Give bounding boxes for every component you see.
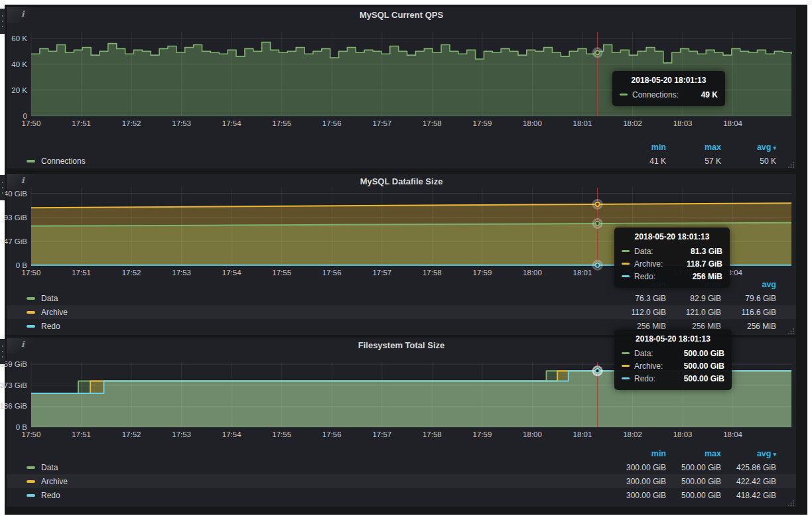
legend-table: minmaxavg▾Data300.00 GiB500.00 GiB425.86… bbox=[7, 446, 796, 502]
x-axis-label: 17:56 bbox=[317, 119, 346, 128]
legend-series-connections[interactable]: Connections bbox=[27, 157, 611, 166]
x-axis-label: 17:50 bbox=[17, 268, 46, 277]
tooltip-time: 2018-05-20 18:01:13 bbox=[620, 76, 718, 85]
stat-header-min[interactable]: min bbox=[611, 143, 666, 152]
resize-grip-icon bbox=[787, 499, 795, 507]
series-color-swatch-icon bbox=[27, 297, 35, 300]
stat-header-max[interactable]: max bbox=[666, 143, 721, 152]
dashboard: i MySQL Current QPS 020 K40 K60 K17:5017… bbox=[5, 5, 807, 515]
series-label: Data bbox=[41, 463, 58, 472]
x-axis-label: 18:01 bbox=[568, 430, 597, 439]
stat-value-avg: 422.42 GiB bbox=[721, 477, 776, 486]
stat-value-min: 300.00 GiB bbox=[611, 463, 666, 472]
tooltip-row: Connections:49 K bbox=[620, 88, 718, 101]
tooltip-row: Redo:500.00 GiB bbox=[622, 372, 724, 385]
tooltip-series-label: Archive: bbox=[634, 361, 663, 371]
stat-header-avg[interactable]: avg▾ bbox=[721, 449, 776, 458]
legend-row-archive: Archive112.0 GiB121.0 GiB116.6 GiB bbox=[7, 305, 796, 319]
x-axis-label: 17:53 bbox=[167, 268, 196, 277]
tooltip-series-label: Connections: bbox=[632, 90, 679, 99]
legend-series-data[interactable]: Data bbox=[27, 463, 611, 472]
series-label: Archive bbox=[41, 477, 68, 486]
row-drag-handle[interactable] bbox=[0, 9, 5, 34]
stat-header-max[interactable]: max bbox=[666, 449, 721, 458]
tooltip-row: Data:500.00 GiB bbox=[622, 347, 724, 359]
stat-value-avg: 425.86 GiB bbox=[721, 463, 776, 472]
legend-row-archive: Archive300.00 GiB500.00 GiB422.42 GiB bbox=[7, 474, 796, 488]
stat-value-max: 500.00 GiB bbox=[666, 463, 721, 472]
panel-resize-handle[interactable] bbox=[787, 159, 795, 167]
x-axis-label: 17:55 bbox=[267, 119, 297, 128]
stat-value-avg: 418.42 GiB bbox=[721, 491, 776, 500]
stat-value-min: 41 K bbox=[611, 157, 666, 166]
x-axis-label: 17:59 bbox=[468, 430, 497, 439]
series-color-swatch-icon bbox=[27, 311, 35, 314]
legend-series-archive[interactable]: Archive bbox=[27, 477, 611, 486]
resize-grip-icon bbox=[787, 327, 795, 335]
tooltip-series-value: 118.7 GiB bbox=[687, 259, 722, 269]
series-color-swatch-icon bbox=[622, 250, 630, 252]
y-axis-label: 40 K bbox=[0, 60, 27, 69]
sort-caret-icon: ▾ bbox=[773, 451, 776, 458]
x-axis-label: 17:55 bbox=[267, 430, 297, 439]
legend-series-redo[interactable]: Redo bbox=[27, 491, 611, 500]
series-color-swatch-icon bbox=[27, 494, 35, 497]
crosshair-marker bbox=[595, 222, 599, 226]
series-label: Connections bbox=[41, 157, 86, 166]
x-axis-label: 17:58 bbox=[417, 119, 446, 128]
tooltip-series-label: Data: bbox=[634, 247, 653, 256]
tooltip-series-value: 500.00 GiB bbox=[684, 374, 724, 383]
tooltip-panel-3: 2018-05-20 18:01:13Data:500.00 GiBArchiv… bbox=[614, 330, 732, 390]
tooltip-series-value: 81.3 GiB bbox=[691, 247, 722, 256]
x-axis-label: 18:00 bbox=[517, 268, 547, 277]
legend-series-archive[interactable]: Archive bbox=[27, 308, 611, 317]
x-axis-label: 17:55 bbox=[267, 268, 297, 277]
x-axis-label: 17:59 bbox=[468, 119, 497, 128]
legend-row-data: Data300.00 GiB500.00 GiB425.86 GiB bbox=[7, 460, 796, 474]
panel-title[interactable]: MySQL Datafile Size bbox=[7, 176, 796, 186]
x-axis-label: 18:03 bbox=[668, 119, 697, 128]
x-axis-label: 18:04 bbox=[718, 119, 748, 128]
crosshair-marker bbox=[595, 50, 599, 54]
y-axis-label: 93 GiB bbox=[0, 213, 27, 222]
tooltip-row: Redo:256 MiB bbox=[622, 270, 722, 283]
y-axis-label: 20 K bbox=[0, 86, 27, 95]
legend-series-data[interactable]: Data bbox=[27, 294, 611, 303]
stat-value-avg: 79.6 GiB bbox=[721, 294, 776, 303]
stat-header-avg[interactable]: avg▾ bbox=[721, 143, 776, 152]
crosshair-marker bbox=[595, 202, 599, 206]
tooltip-series-label: Archive: bbox=[634, 259, 663, 269]
series-color-swatch-icon bbox=[622, 275, 630, 277]
x-axis-label: 18:02 bbox=[618, 119, 647, 128]
x-axis-label: 17:57 bbox=[368, 268, 397, 277]
series-color-swatch-icon bbox=[620, 94, 628, 96]
panel-resize-handle[interactable] bbox=[787, 497, 795, 505]
panel-resize-handle[interactable] bbox=[787, 326, 795, 334]
tooltip-series-value: 256 MiB bbox=[693, 272, 722, 281]
row-drag-handle[interactable] bbox=[0, 339, 5, 364]
legend-series-redo[interactable]: Redo bbox=[27, 322, 611, 331]
x-axis-label: 17:52 bbox=[117, 268, 146, 277]
x-axis-label: 17:50 bbox=[17, 430, 46, 439]
stat-value-max: 121.0 GiB bbox=[666, 308, 721, 317]
series-color-swatch-icon bbox=[27, 160, 35, 162]
panel-title[interactable]: MySQL Current QPS bbox=[7, 10, 796, 20]
x-axis-label: 17:51 bbox=[67, 268, 96, 277]
x-axis-label: 17:51 bbox=[67, 430, 96, 439]
legend-header-row: minmaxavg▾ bbox=[7, 140, 796, 154]
stat-value-min: 76.3 GiB bbox=[611, 294, 666, 303]
y-axis-label: 186 GiB bbox=[0, 401, 27, 411]
series-color-swatch-icon bbox=[27, 480, 35, 483]
legend-row-connections: Connections41 K57 K50 K bbox=[7, 154, 796, 168]
stat-header-min[interactable]: min bbox=[611, 449, 666, 458]
x-axis-label: 18:00 bbox=[517, 430, 547, 439]
stat-value-min: 300.00 GiB bbox=[611, 477, 666, 486]
tooltip-series-value: 500.00 GiB bbox=[684, 349, 724, 358]
row-drag-handle[interactable] bbox=[0, 175, 5, 200]
tooltip-row: Archive:500.00 GiB bbox=[622, 359, 724, 372]
legend-row-data: Data76.3 GiB82.9 GiB79.6 GiB bbox=[7, 291, 796, 305]
stat-value-min: 300.00 GiB bbox=[611, 491, 666, 500]
x-axis-label: 17:52 bbox=[117, 430, 146, 439]
x-axis-label: 17:54 bbox=[217, 119, 246, 128]
x-axis-label: 17:53 bbox=[167, 119, 196, 128]
